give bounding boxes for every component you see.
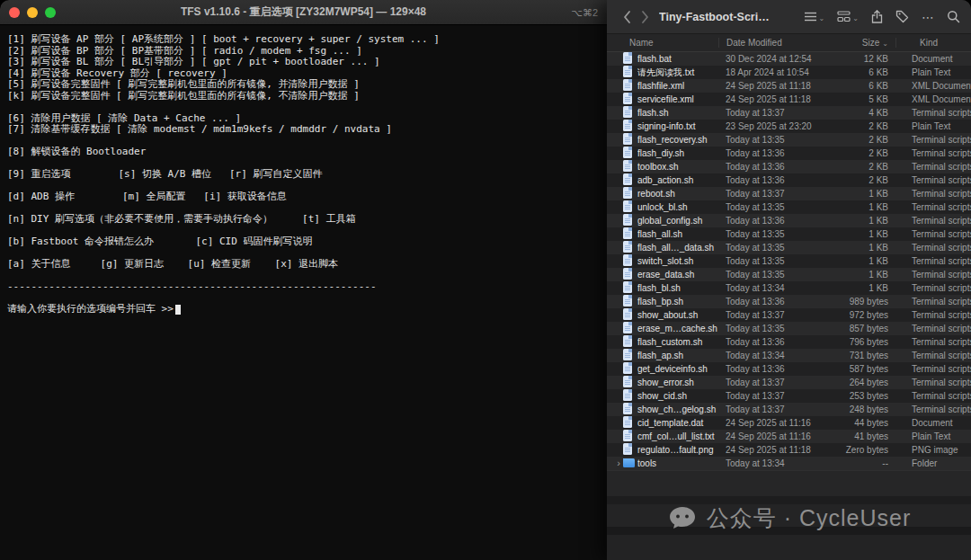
file-size: 2 KB — [832, 162, 888, 172]
zoom-button[interactable] — [45, 7, 56, 18]
terminal-line: [k] 刷写设备完整固件 [ 刷写完整刷机包里面的所有镜像, 不清除用户数据 ] — [7, 91, 600, 102]
file-size: 2 KB — [832, 121, 888, 131]
file-row[interactable]: flash_all…_data.shToday at 13:351 KBTerm… — [607, 241, 971, 254]
file-row[interactable]: get_deviceinfo.shToday at 13:36587 bytes… — [607, 362, 971, 376]
file-date: Today at 13:35 — [726, 256, 832, 266]
file-size: 2 KB — [832, 148, 888, 158]
document-icon — [623, 268, 632, 280]
file-kind: Terminal scripts — [888, 364, 971, 374]
file-date: Today at 13:35 — [726, 135, 832, 145]
screen: TFS v1.10.6 - 重启选项 [ZY32M7WP54] — 129×48… — [0, 0, 971, 560]
file-row[interactable]: flash_recovery.shToday at 13:352 KBTermi… — [607, 133, 971, 147]
file-name: adb_action.sh — [637, 175, 726, 185]
file-row[interactable]: servicefile.xml24 Sep 2025 at 11:185 KBX… — [607, 93, 971, 106]
file-icon-cell — [623, 79, 637, 93]
file-row[interactable]: flash_custom.shToday at 13:36796 bytesTe… — [607, 335, 971, 349]
file-size: 1 KB — [832, 243, 888, 253]
terminal-line — [7, 102, 600, 113]
document-icon — [623, 160, 632, 172]
file-row[interactable]: flash_diy.shToday at 13:362 KBTerminal s… — [607, 147, 971, 160]
file-row[interactable]: cid_template.dat24 Sep 2025 at 11:1644 b… — [607, 416, 971, 430]
file-row[interactable]: regulato…fault.png24 Sep 2025 at 11:18Ze… — [607, 443, 971, 457]
file-row[interactable]: reboot.shToday at 13:371 KBTerminal scri… — [607, 187, 971, 200]
file-row[interactable]: flashfile.xml24 Sep 2025 at 11:186 KBXML… — [607, 79, 971, 93]
tag-button[interactable] — [895, 10, 909, 23]
file-row[interactable]: flash.shToday at 13:374 KBTerminal scrip… — [607, 106, 971, 120]
file-date: Today at 13:37 — [726, 404, 832, 414]
file-kind: Terminal scripts — [888, 229, 971, 239]
share-button[interactable] — [871, 10, 883, 23]
file-icon-cell — [623, 308, 637, 322]
document-icon — [623, 281, 632, 293]
file-row[interactable]: global_config.shToday at 13:361 KBTermin… — [607, 214, 971, 227]
file-row[interactable]: signing-info.txt23 Sep 2025 at 23:202 KB… — [607, 120, 971, 133]
file-row[interactable]: cmf_col…ull_list.txt24 Sep 2025 at 11:16… — [607, 430, 971, 443]
file-size: 1 KB — [832, 283, 888, 293]
file-row[interactable]: toolbox.shToday at 13:362 KBTerminal scr… — [607, 160, 971, 173]
column-header-name[interactable]: Name — [614, 38, 726, 48]
document-icon — [623, 133, 632, 145]
group-by-button[interactable]: ⌄ — [837, 11, 859, 22]
finder-toolbar: Tiny-Fastboot-Scri… ⌄ ⌄ ⋯ — [607, 0, 971, 34]
file-row[interactable]: flash_ap.shToday at 13:34731 bytesTermin… — [607, 349, 971, 362]
document-icon — [623, 106, 632, 118]
document-icon — [623, 200, 632, 212]
file-row[interactable]: 请先阅读我.txt18 Apr 2024 at 10:546 KBPlain T… — [607, 66, 971, 79]
document-icon — [623, 227, 632, 239]
file-row[interactable]: show_about.shToday at 13:37972 bytesTerm… — [607, 308, 971, 322]
terminal-titlebar[interactable]: TFS v1.10.6 - 重启选项 [ZY32M7WP54] — 129×48… — [0, 0, 607, 25]
forward-button[interactable] — [636, 6, 654, 28]
file-icon-cell — [623, 295, 637, 308]
back-button[interactable] — [618, 6, 636, 28]
file-row[interactable]: show_error.shToday at 13:37264 bytesTerm… — [607, 376, 971, 389]
file-name: switch_slot.sh — [637, 256, 726, 266]
file-kind: Document — [888, 418, 971, 428]
column-header-date-modified[interactable]: Date Modified — [718, 38, 832, 48]
terminal-prompt-line[interactable]: 请输入你要执行的选项编号并回车 >> — [7, 304, 600, 316]
file-row[interactable]: switch_slot.shToday at 13:351 KBTerminal… — [607, 254, 971, 268]
document-icon — [623, 120, 632, 131]
list-view-button[interactable]: ⌄ — [804, 11, 825, 22]
disclosure-chevron-icon[interactable]: › — [617, 458, 620, 468]
file-row[interactable]: erase_data.shToday at 13:351 KBTerminal … — [607, 268, 971, 281]
file-row[interactable]: flash_bp.shToday at 13:36989 bytesTermin… — [607, 295, 971, 308]
close-button[interactable] — [9, 7, 20, 18]
minimize-button[interactable] — [27, 7, 38, 18]
file-row[interactable]: ›toolsToday at 13:34--Folder — [607, 457, 971, 470]
file-icon-cell — [623, 52, 637, 66]
file-name: show_ch…gelog.sh — [637, 404, 726, 414]
finder-window: Tiny-Fastboot-Scri… ⌄ ⌄ ⋯ — [607, 0, 971, 560]
file-list: flash.bat30 Dec 2024 at 12:5412 KBDocume… — [607, 52, 971, 470]
file-size: 796 bytes — [832, 337, 888, 347]
file-row[interactable]: adb_action.shToday at 13:362 KBTerminal … — [607, 173, 971, 187]
file-row[interactable]: show_cid.shToday at 13:37253 bytesTermin… — [607, 389, 971, 403]
folder-icon — [623, 458, 635, 467]
file-date: Today at 13:35 — [726, 202, 832, 212]
column-header-size[interactable]: Size⌄ — [832, 38, 888, 48]
file-row[interactable]: flash_all.shToday at 13:351 KBTerminal s… — [607, 227, 971, 241]
terminal-line: [8] 解锁设备的 Bootloader — [7, 147, 600, 158]
file-date: 24 Sep 2025 at 11:18 — [726, 94, 832, 104]
search-icon[interactable] — [947, 10, 960, 23]
file-row[interactable]: flash_bl.shToday at 13:341 KBTerminal sc… — [607, 281, 971, 295]
file-kind: Terminal scripts — [888, 310, 971, 320]
document-icon — [623, 403, 632, 414]
document-icon — [623, 335, 632, 347]
more-options-button[interactable]: ⋯ — [922, 11, 934, 23]
file-icon-cell — [623, 458, 637, 469]
file-row[interactable]: erase_m…cache.shToday at 13:35857 bytesT… — [607, 322, 971, 335]
file-icon-cell — [623, 322, 637, 335]
file-name: flash_diy.sh — [637, 148, 726, 158]
file-name: erase_m…cache.sh — [637, 324, 726, 333]
file-kind: Terminal scripts — [888, 297, 971, 307]
file-row[interactable]: flash.bat30 Dec 2024 at 12:5412 KBDocume… — [607, 52, 971, 66]
file-row[interactable]: unlock_bl.shToday at 13:351 KBTerminal s… — [607, 200, 971, 214]
file-icon-cell — [623, 254, 637, 268]
file-name: flashfile.xml — [637, 81, 726, 91]
file-size: 1 KB — [832, 202, 888, 212]
file-kind: Terminal scripts — [888, 391, 971, 401]
file-date: 24 Sep 2025 at 11:18 — [726, 445, 832, 455]
column-header-kind[interactable]: Kind — [895, 38, 971, 48]
file-icon-cell — [623, 200, 637, 214]
file-row[interactable]: show_ch…gelog.shToday at 13:37248 bytesT… — [607, 403, 971, 416]
